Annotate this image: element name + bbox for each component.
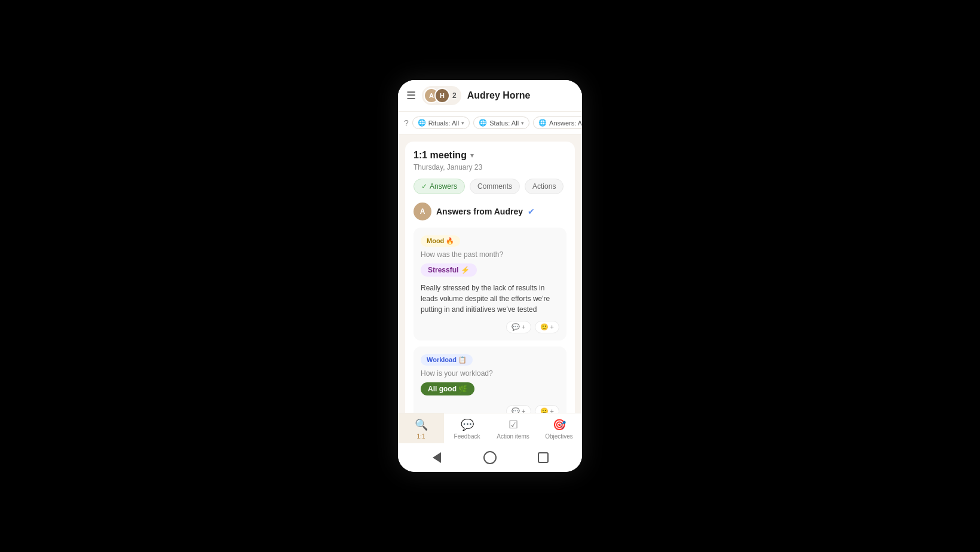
meeting-tabs: ✓ Answers Comments Actions [414, 179, 566, 194]
workload-emoji-button[interactable]: 🙂 + [535, 405, 559, 413]
nav-item-action-items[interactable]: ☑ Action items [490, 413, 536, 443]
status-filter[interactable]: 🌐 Status: All ▾ [473, 116, 529, 129]
mood-comment-button[interactable]: 💬 + [506, 321, 531, 333]
help-icon[interactable]: ? [404, 118, 409, 128]
stressful-badge: Stressful ⚡ [421, 263, 477, 277]
avatar-group[interactable]: A H 2 [422, 86, 461, 105]
answers-filter[interactable]: 🌐 Answers: Al ▾ [533, 116, 582, 129]
nav-objectives-label: Objectives [545, 433, 573, 440]
meeting-chevron-icon[interactable]: ▾ [470, 151, 474, 160]
rituals-filter[interactable]: 🌐 Rituals: All ▾ [412, 116, 470, 129]
status-chevron-icon: ▾ [521, 120, 524, 126]
answers-globe-icon: 🌐 [538, 119, 547, 127]
mood-answer-text: Really stressed by the lack of results i… [421, 283, 559, 315]
answers-section-header: A Answers from Audrey ✔ [414, 203, 566, 220]
rituals-label: Rituals: All [428, 119, 459, 127]
tab-actions[interactable]: Actions [525, 179, 564, 194]
tab-comments[interactable]: Comments [470, 179, 520, 194]
recents-button[interactable] [535, 449, 552, 466]
mood-reaction-row: 💬 + 🙂 + [421, 321, 559, 333]
meeting-card: 1:1 meeting ▾ Thursday, January 23 ✓ Ans… [405, 142, 575, 413]
workload-comment-button[interactable]: 💬 + [506, 405, 531, 413]
rituals-chevron-icon: ▾ [461, 120, 464, 126]
nav-item-feedback[interactable]: 💬 Feedback [444, 413, 490, 443]
action-items-icon: ☑ [509, 418, 518, 431]
answers-label: Answers: Al [549, 119, 582, 127]
meeting-title: 1:1 meeting [414, 150, 467, 161]
allgood-badge: All good 🌿 [421, 382, 474, 395]
question-mood-block: Mood 🔥 How was the past month? Stressful… [414, 228, 566, 341]
nav-feedback-label: Feedback [454, 433, 480, 440]
system-navigation [398, 443, 582, 472]
search-icon: 🔍 [415, 418, 428, 431]
home-button[interactable] [482, 449, 498, 466]
status-label: Status: All [489, 119, 519, 127]
tab-comments-label: Comments [477, 182, 512, 191]
mood-tag: Mood 🔥 [421, 235, 460, 247]
nav-1on1-label: 1:1 [417, 433, 425, 440]
header: ☰ A H 2 Audrey Horne [398, 80, 582, 112]
filters-bar: ? 🌐 Rituals: All ▾ 🌐 Status: All ▾ 🌐 Ans… [398, 112, 582, 134]
nav-item-1on1[interactable]: 🔍 1:1 [398, 413, 444, 443]
tab-answers-label: Answers [430, 182, 457, 191]
status-globe-icon: 🌐 [479, 119, 487, 127]
mood-emoji-button[interactable]: 🙂 + [535, 321, 559, 333]
avatar-count: 2 [452, 91, 457, 100]
tab-answers[interactable]: ✓ Answers [414, 179, 465, 194]
menu-icon[interactable]: ☰ [406, 89, 416, 102]
workload-reaction-row: 💬 + 🙂 + [421, 405, 559, 413]
workload-tag: Workload 📋 [421, 354, 473, 366]
main-content: 1:1 meeting ▾ Thursday, January 23 ✓ Ans… [398, 134, 582, 413]
nav-action-items-label: Action items [497, 433, 529, 440]
nav-item-objectives[interactable]: 🎯 Objectives [536, 413, 582, 443]
answers-avatar: A [414, 203, 431, 220]
recents-square-icon [538, 452, 549, 463]
avatar-2: H [434, 88, 450, 103]
rituals-globe-icon: 🌐 [418, 119, 426, 127]
answers-title: Answers from Audrey [436, 207, 523, 216]
objectives-icon: 🎯 [553, 418, 566, 431]
page-title: Audrey Horne [467, 90, 574, 101]
home-circle-icon [483, 451, 497, 464]
verified-icon: ✔ [528, 207, 535, 216]
question-workload-block: Workload 📋 How is your workload? All goo… [414, 346, 566, 413]
avatars: A H [424, 88, 450, 103]
bottom-navigation: 🔍 1:1 💬 Feedback ☑ Action items 🎯 Object… [398, 413, 582, 443]
tab-actions-label: Actions [532, 182, 556, 191]
back-button[interactable] [428, 449, 445, 466]
mood-question-text: How was the past month? [421, 250, 559, 259]
check-icon: ✓ [421, 182, 427, 191]
meeting-date: Thursday, January 23 [414, 163, 566, 171]
workload-question-text: How is your workload? [421, 369, 559, 378]
back-arrow-icon [433, 452, 441, 463]
meeting-header: 1:1 meeting ▾ [414, 150, 566, 161]
phone-frame: ☰ A H 2 Audrey Horne ? 🌐 Rituals: All ▾ … [398, 80, 582, 472]
feedback-icon: 💬 [461, 418, 474, 431]
